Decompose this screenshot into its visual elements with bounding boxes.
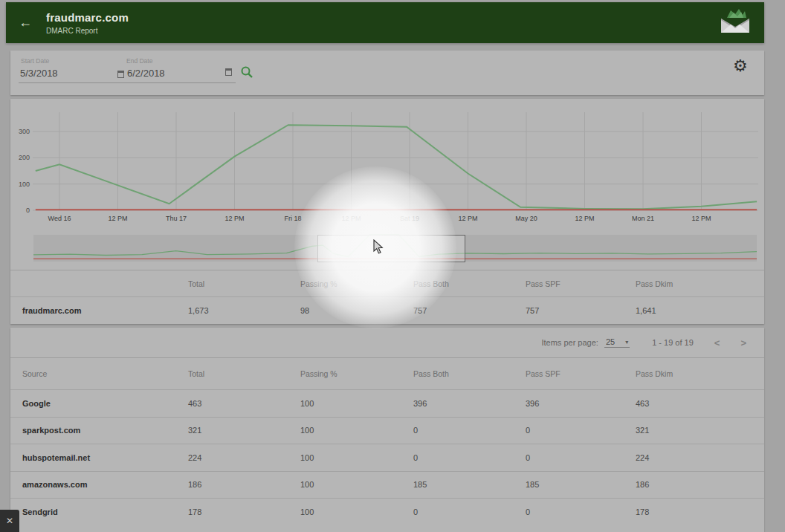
next-page-button[interactable]: > xyxy=(740,337,746,348)
svg-text:300: 300 xyxy=(19,128,30,135)
svg-text:0: 0 xyxy=(26,207,30,214)
source-col-header: Pass Both xyxy=(413,369,526,378)
row-label: amazonaws.com xyxy=(22,480,188,489)
summary-col-header: Pass Dkim xyxy=(636,279,764,288)
page-subtitle: DMARC Report xyxy=(46,27,129,35)
end-date-label: End Date xyxy=(126,57,152,65)
source-table-body: Google463100396396463sparkpost.com321100… xyxy=(10,389,764,525)
cell-value: 100 xyxy=(300,399,413,408)
cell-value: 186 xyxy=(188,480,300,489)
cell-value: 100 xyxy=(300,426,413,435)
summary-table-header: Total Passing % Pass Both Pass SPF Pass … xyxy=(10,270,764,296)
cell-value: 1,641 xyxy=(636,306,764,315)
start-date-input[interactable]: 5/3/2018 xyxy=(20,68,58,79)
source-table-row: amazonaws.com186100185185186 xyxy=(10,471,764,499)
chevron-down-icon: ▾ xyxy=(625,339,628,346)
cell-value: 185 xyxy=(526,480,636,489)
svg-text:Sat 19: Sat 19 xyxy=(400,215,419,222)
mouse-cursor-icon xyxy=(373,239,384,258)
svg-text:200: 200 xyxy=(19,154,30,161)
paginator: Items per page: 25 ▾ 1 - 19 of 19 < > xyxy=(10,328,764,358)
cell-value: 757 xyxy=(526,306,636,315)
source-col-header: Total xyxy=(188,369,300,378)
source-table-row: hubspotemail.net22410000224 xyxy=(10,444,764,471)
chart-panel: 0100200300Wed 1612 PMThu 1712 PMFri 1812… xyxy=(10,99,764,324)
row-label: Sendgrid xyxy=(22,507,188,516)
calendar-picker-icon[interactable] xyxy=(225,68,232,76)
cell-value: 321 xyxy=(188,426,300,435)
cell-value: 0 xyxy=(526,507,636,516)
start-date-label: Start Date xyxy=(21,57,49,65)
row-label: hubspotemail.net xyxy=(22,453,188,462)
cell-value: 186 xyxy=(636,480,764,489)
summary-col-header: Pass Both xyxy=(413,279,526,288)
cell-value: 178 xyxy=(188,507,300,516)
svg-text:100: 100 xyxy=(19,181,30,188)
cell-value: 100 xyxy=(300,453,413,462)
cell-value: 100 xyxy=(300,507,413,516)
row-label: Google xyxy=(22,399,188,408)
svg-text:May 20: May 20 xyxy=(515,215,537,222)
cell-value: 0 xyxy=(413,453,526,462)
cell-value: 396 xyxy=(526,399,636,408)
source-col-header: Pass Dkim xyxy=(636,369,764,378)
close-icon: ✕ xyxy=(6,516,13,526)
svg-text:12 PM: 12 PM xyxy=(691,215,711,222)
cell-value: 224 xyxy=(636,453,764,462)
open-envelope-logo-icon xyxy=(718,7,752,39)
settings-gear-icon[interactable]: ⚙ xyxy=(733,56,748,75)
svg-text:Thu 17: Thu 17 xyxy=(166,215,187,222)
end-date-input[interactable]: 6/2/2018 xyxy=(117,68,165,79)
summary-col-header: Passing % xyxy=(300,279,413,288)
summary-col-header: Pass SPF xyxy=(526,279,636,288)
cell-value: 98 xyxy=(300,306,413,315)
back-button[interactable]: ← xyxy=(16,15,34,30)
sources-panel: Items per page: 25 ▾ 1 - 19 of 19 < > So… xyxy=(10,328,764,532)
page-size-select[interactable]: 25 ▾ xyxy=(604,337,630,348)
source-table-row: Sendgrid17810000178 xyxy=(10,498,764,525)
summary-table-row: fraudmarc.com1,673987577571,641 xyxy=(10,296,764,324)
cell-value: 100 xyxy=(300,480,413,489)
svg-text:12 PM: 12 PM xyxy=(108,215,127,222)
source-col-header: Passing % xyxy=(300,369,413,378)
cell-value: 463 xyxy=(188,399,300,408)
source-table-row: sparkpost.com32110000321 xyxy=(10,417,764,444)
cell-value: 396 xyxy=(413,399,526,408)
svg-text:12 PM: 12 PM xyxy=(575,215,594,222)
cell-value: 178 xyxy=(636,507,764,516)
cell-value: 463 xyxy=(636,399,764,408)
source-col-header: Pass SPF xyxy=(526,369,636,378)
page-title: fraudmarc.com xyxy=(46,11,129,24)
cell-value: 185 xyxy=(413,480,526,489)
source-table-header: Source Total Passing % Pass Both Pass SP… xyxy=(10,358,764,389)
cell-value: 224 xyxy=(188,453,300,462)
cell-value: 0 xyxy=(526,453,636,462)
svg-text:Mon 21: Mon 21 xyxy=(632,215,654,222)
previous-page-button[interactable]: < xyxy=(714,337,720,348)
close-overlay-button[interactable]: ✕ xyxy=(0,510,19,532)
row-label: sparkpost.com xyxy=(22,426,188,435)
date-toolbar: Start Date 5/3/2018 End Date 6/2/2018 ⚙ xyxy=(10,51,764,95)
items-per-page-label: Items per page: xyxy=(541,338,598,347)
search-button[interactable] xyxy=(240,65,253,82)
summary-col-header: Total xyxy=(188,279,300,288)
cell-value: 0 xyxy=(413,426,526,435)
row-label: fraudmarc.com xyxy=(22,306,188,315)
svg-text:Fri 18: Fri 18 xyxy=(284,215,301,222)
cell-value: 1,673 xyxy=(188,306,300,315)
svg-text:12 PM: 12 PM xyxy=(458,215,477,222)
brush-selection-handle[interactable] xyxy=(317,235,465,262)
cell-value: 0 xyxy=(413,507,526,516)
cell-value: 321 xyxy=(636,426,764,435)
svg-text:12 PM: 12 PM xyxy=(224,215,244,222)
header-titles: fraudmarc.com DMARC Report xyxy=(46,11,129,35)
app-header: ← fraudmarc.com DMARC Report xyxy=(6,2,764,43)
svg-text:12 PM: 12 PM xyxy=(341,215,361,222)
cell-value: 757 xyxy=(413,306,526,315)
page-range-label: 1 - 19 of 19 xyxy=(652,338,694,347)
cell-value: 0 xyxy=(526,426,636,435)
source-table-row: Google463100396396463 xyxy=(10,389,764,417)
svg-text:Wed 16: Wed 16 xyxy=(48,215,71,222)
date-field-underline xyxy=(19,82,236,83)
calendar-icon xyxy=(117,71,124,78)
